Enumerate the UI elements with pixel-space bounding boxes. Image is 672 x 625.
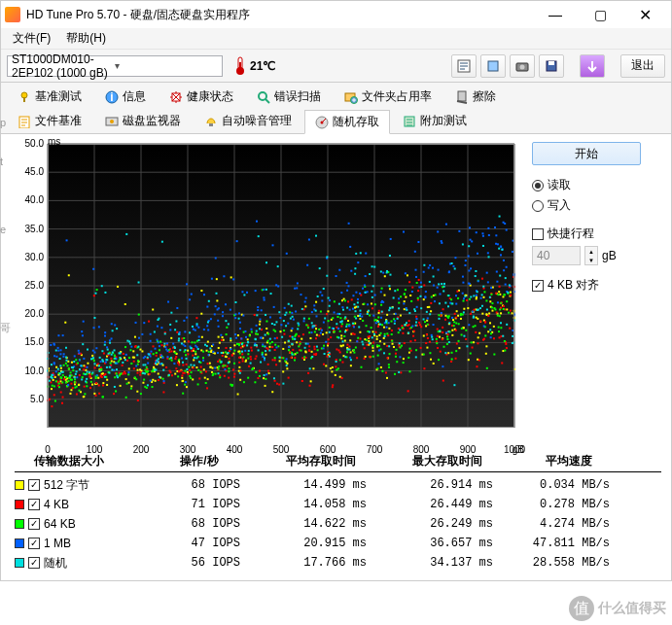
fast-unit: gB xyxy=(602,249,617,262)
menubar: 文件(F) 帮助(H) xyxy=(1,28,671,50)
svg-text:i: i xyxy=(110,90,113,104)
drive-select-value: ST1000DM010-2EP102 (1000 gB) xyxy=(12,52,115,80)
drive-select[interactable]: ST1000DM010-2EP102 (1000 gB) ▾ xyxy=(7,55,223,77)
temperature-display: 21℃ xyxy=(234,56,275,76)
align-checkbox[interactable]: ✓4 KB 对齐 xyxy=(532,277,641,294)
svg-point-14 xyxy=(259,92,266,100)
checkbox-icon xyxy=(532,228,544,240)
save-button[interactable] xyxy=(539,54,564,78)
watermark-icon: 值 xyxy=(569,596,594,621)
tab-icon xyxy=(315,116,329,129)
mode-radio-group: 读取 写入 xyxy=(532,177,641,214)
checkbox-checked-icon[interactable]: ✓ xyxy=(28,557,40,569)
tab-3[interactable]: 错误扫描 xyxy=(246,85,332,109)
latency-scatter-chart xyxy=(15,138,520,441)
tab2-3[interactable]: 随机存取 xyxy=(304,110,390,134)
edge-crop-p: p xyxy=(0,117,6,128)
window-title: HD Tune Pro 5.70 - 硬盘/固态硬盘实用程序 xyxy=(26,7,533,23)
series-color-swatch xyxy=(15,480,24,490)
table-row: ✓随机56 IOPS17.766 ms34.137 ms28.558 MB/s xyxy=(15,553,661,573)
tab-icon xyxy=(455,90,469,104)
tab2-0[interactable]: 文件基准 xyxy=(7,109,92,133)
series-color-swatch xyxy=(15,558,24,568)
table-row: ✓512 字节68 IOPS14.499 ms26.914 ms0.034 MB… xyxy=(15,475,661,495)
svg-rect-10 xyxy=(23,97,25,102)
tab-icon xyxy=(18,90,31,104)
fast-value-input: 40 xyxy=(532,246,581,265)
tab-5[interactable]: 擦除 xyxy=(444,85,507,109)
maximize-button[interactable]: ▢ xyxy=(578,1,622,28)
screenshot-button[interactable] xyxy=(510,54,535,78)
edge-crop-b: 哥 xyxy=(0,321,11,335)
tab2-4[interactable]: 附加测试 xyxy=(392,109,477,133)
svg-rect-8 xyxy=(548,61,554,65)
spinner-buttons: ▲▼ xyxy=(584,246,598,265)
exit-button[interactable]: 退出 xyxy=(620,54,665,78)
tab-icon xyxy=(257,90,270,104)
edge-crop-e: e xyxy=(0,224,6,235)
tab-icon xyxy=(403,115,416,128)
svg-rect-17 xyxy=(458,91,466,101)
tab-2[interactable]: 健康状态 xyxy=(159,85,244,109)
checkbox-checked-icon[interactable]: ✓ xyxy=(28,499,40,510)
checkbox-checked-icon[interactable]: ✓ xyxy=(28,479,40,491)
watermark-text: 什么值得买 xyxy=(598,600,666,617)
side-panel: 开始 读取 写入 快捷行程 40 ▲▼ gB ✓4 KB 对齐 xyxy=(528,138,645,441)
series-color-swatch xyxy=(15,519,24,529)
close-button[interactable]: ✕ xyxy=(622,1,667,28)
toolbar: ST1000DM010-2EP102 (1000 gB) ▾ 21℃ 退出 xyxy=(1,50,671,83)
temperature-value: 21℃ xyxy=(250,59,275,73)
svg-rect-4 xyxy=(488,61,498,71)
tab-icon xyxy=(18,115,31,128)
table-row: ✓4 KB71 IOPS14.058 ms26.449 ms0.278 MB/s xyxy=(15,495,661,514)
checkbox-checked-icon[interactable]: ✓ xyxy=(28,538,40,549)
titlebar: HD Tune Pro 5.70 - 硬盘/固态硬盘实用程序 ― ▢ ✕ xyxy=(1,1,671,28)
read-radio[interactable]: 读取 xyxy=(532,177,641,193)
results-table: 传输数据大小操作/秒平均存取时间最大存取时间平均速度 ✓512 字节68 IOP… xyxy=(15,453,661,573)
tab-1[interactable]: i信息 xyxy=(94,85,157,109)
tab2-1[interactable]: 磁盘监视器 xyxy=(94,109,192,133)
edge-crop-t: t xyxy=(0,156,3,167)
table-row: ✓1 MB47 IOPS20.915 ms36.657 ms47.811 MB/… xyxy=(15,534,661,553)
fast-checkbox[interactable]: 快捷行程 xyxy=(532,226,641,242)
tab-icon xyxy=(105,115,119,128)
tab-4[interactable]: 文件夹占用率 xyxy=(334,85,442,109)
series-color-swatch xyxy=(15,500,24,509)
content-area: ms 5.010.015.020.025.030.035.040.045.050… xyxy=(1,134,671,449)
write-radio[interactable]: 写入 xyxy=(532,197,641,214)
tab-icon xyxy=(204,115,218,128)
x-axis-unit: gB xyxy=(513,444,524,455)
chart-area: ms 5.010.015.020.025.030.035.040.045.050… xyxy=(15,138,520,441)
svg-point-20 xyxy=(110,120,114,123)
checkbox-checked-icon: ✓ xyxy=(532,280,544,292)
tab-bar: 基准测试i信息健康状态错误扫描文件夹占用率擦除 文件基准磁盘监视器自动噪音管理随… xyxy=(1,83,671,134)
table-header: 传输数据大小操作/秒平均存取时间最大存取时间平均速度 xyxy=(15,453,661,472)
app-window: HD Tune Pro 5.70 - 硬盘/固态硬盘实用程序 ― ▢ ✕ 文件(… xyxy=(0,0,672,581)
series-color-swatch xyxy=(15,538,24,548)
svg-rect-21 xyxy=(209,123,213,126)
y-axis-unit: ms xyxy=(48,136,60,147)
table-row: ✓64 KB68 IOPS14.622 ms26.249 ms4.274 MB/… xyxy=(15,514,661,534)
options-button[interactable] xyxy=(580,54,605,78)
chevron-down-icon: ▾ xyxy=(115,60,218,71)
menu-help[interactable]: 帮助(H) xyxy=(58,30,114,47)
copy-screenshot-button[interactable] xyxy=(480,54,506,78)
tab-icon: i xyxy=(105,90,119,104)
svg-point-6 xyxy=(520,64,525,69)
tab-icon xyxy=(169,90,183,104)
thermometer-icon xyxy=(234,56,246,76)
radio-icon xyxy=(532,200,544,212)
tab2-2[interactable]: 自动噪音管理 xyxy=(194,109,302,133)
radio-selected-icon xyxy=(532,180,544,191)
menu-file[interactable]: 文件(F) xyxy=(5,30,58,47)
app-icon xyxy=(5,7,20,22)
tab-0[interactable]: 基准测试 xyxy=(7,85,92,109)
start-button[interactable]: 开始 xyxy=(532,142,641,165)
minimize-button[interactable]: ― xyxy=(533,1,578,28)
checkbox-checked-icon[interactable]: ✓ xyxy=(28,518,40,530)
svg-rect-2 xyxy=(239,62,241,71)
copy-info-button[interactable] xyxy=(451,54,477,78)
watermark: 值 什么值得买 xyxy=(569,596,666,621)
tab-icon xyxy=(344,90,358,104)
